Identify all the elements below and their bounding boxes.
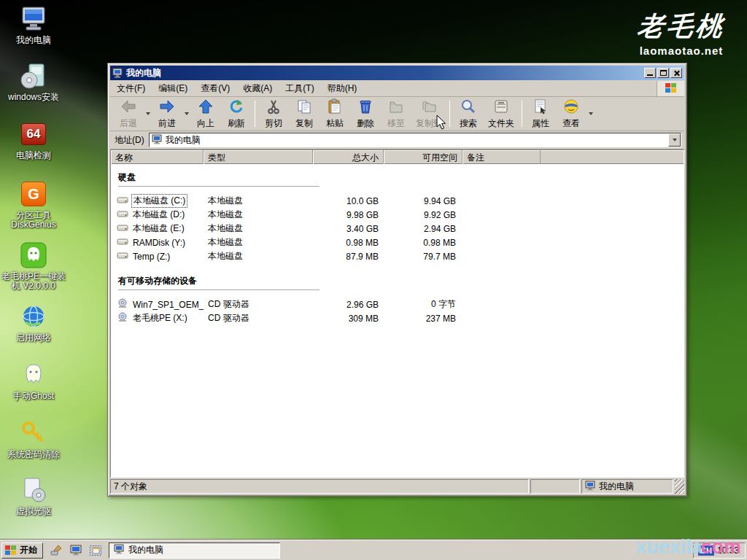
- dropdown-arrow-icon: [589, 112, 593, 115]
- taskbar: 开始 我的电脑 CH 10:33: [0, 540, 747, 560]
- pc-check-icon: 64: [19, 120, 48, 149]
- menu-tools[interactable]: 工具(T): [279, 80, 320, 97]
- menu-edit[interactable]: 编辑(E): [152, 80, 194, 97]
- brand-logo: 老毛桃 laomaotao.net: [638, 9, 725, 57]
- dropdown-arrow-icon: [185, 112, 189, 115]
- back-button[interactable]: 后退: [113, 98, 144, 129]
- task-monitor-icon: [114, 544, 125, 556]
- virtual-cdrom-icon: [19, 475, 48, 505]
- forward-button[interactable]: 前进: [152, 98, 182, 129]
- copy-to-button[interactable]: 复制到: [411, 98, 446, 129]
- move-to-button[interactable]: 移至: [381, 98, 411, 129]
- properties-icon: [532, 98, 549, 117]
- desktop-icon-laomaotao-pe[interactable]: 老毛桃PE一键装机 V2.0.0.0: [0, 241, 67, 291]
- file-list: 名称 类型 总大小 可用空间 备注 硬盘 本地磁盘 (C:) 本地磁盘 10.0…: [110, 149, 684, 478]
- column-filler: [541, 150, 684, 164]
- copy-button[interactable]: 复制: [289, 98, 320, 129]
- column-free[interactable]: 可用空间: [384, 150, 462, 164]
- view-button[interactable]: 查看: [556, 98, 587, 129]
- view-smiley-icon: [562, 98, 580, 117]
- minimize-button[interactable]: [644, 68, 656, 78]
- refresh-button[interactable]: 刷新: [221, 98, 252, 129]
- address-monitor-icon: [152, 134, 163, 147]
- folders-button[interactable]: 文件夹: [484, 98, 519, 129]
- address-dropdown-button[interactable]: [668, 133, 681, 147]
- desktop-icon-my-computer[interactable]: 我的电脑: [0, 4, 67, 45]
- desktop-icon-diskgenius[interactable]: G 分区工具 DiskGenius: [0, 179, 67, 230]
- forward-icon: [158, 98, 176, 117]
- menu-bar: 文件(F) 编辑(E) 查看(V) 收藏(A) 工具(T) 帮助(H): [110, 80, 684, 97]
- paint-tool-icon[interactable]: [49, 543, 63, 558]
- desktop-icon-virtual-cdrom[interactable]: 虚拟光驱: [0, 475, 67, 516]
- menu-file[interactable]: 文件(F): [110, 80, 152, 97]
- title-bar[interactable]: 我的电脑: [110, 66, 684, 80]
- search-button[interactable]: 搜索: [453, 98, 484, 129]
- column-headers: 名称 类型 总大小 可用空间 备注: [111, 150, 684, 164]
- folders-pane-icon: [492, 98, 510, 117]
- brand-title: 老毛桃: [635, 9, 727, 44]
- cut-button[interactable]: 剪切: [258, 98, 289, 129]
- delete-icon: [357, 98, 374, 117]
- address-combo[interactable]: 我的电脑: [149, 133, 681, 147]
- search-icon: [460, 98, 477, 117]
- hard-drive-icon: [117, 223, 129, 235]
- drive-row-y[interactable]: RAMDisk (Y:) 本地磁盘 0.98 MB 0.98 MB: [111, 236, 684, 249]
- ghost-icon: [19, 360, 48, 389]
- hard-drive-icon: [117, 237, 129, 249]
- desktop-icon-windows-install[interactable]: windows安装: [0, 61, 67, 102]
- column-name[interactable]: 名称: [111, 150, 204, 164]
- drive-row-c[interactable]: 本地磁盘 (C:) 本地磁盘 10.0 GB 9.94 GB: [111, 194, 684, 208]
- start-flag-icon: [5, 545, 17, 556]
- menu-favorites[interactable]: 收藏(A): [236, 80, 279, 97]
- language-indicator[interactable]: CH: [698, 545, 714, 556]
- window-title: 我的电脑: [126, 67, 161, 79]
- menu-help[interactable]: 帮助(H): [321, 80, 364, 97]
- delete-button[interactable]: 删除: [350, 98, 381, 129]
- desktop-icon-pc-check[interactable]: 64 电脑检测: [0, 120, 67, 160]
- move-to-folder-icon: [387, 98, 405, 117]
- paste-icon: [326, 98, 344, 117]
- forward-dropdown[interactable]: [182, 98, 190, 129]
- paste-button[interactable]: 粘贴: [320, 98, 350, 129]
- desktop-icon-password-clear[interactable]: 系统密码清除: [0, 419, 67, 459]
- copy-to-folder-icon: [420, 98, 438, 117]
- cd-row-laomaotao-pe[interactable]: 老毛桃PE (X:) CD 驱动器 309 MB 237 MB: [111, 311, 684, 325]
- toolbar-separator: [449, 101, 450, 127]
- key-icon: [19, 419, 48, 448]
- show-desktop-icon[interactable]: [69, 543, 83, 558]
- taskbar-task-my-computer[interactable]: 我的电脑: [109, 542, 280, 559]
- window-switcher-icon[interactable]: [88, 543, 103, 558]
- up-button[interactable]: 向上: [190, 98, 221, 129]
- brand-url: laomaotao.net: [638, 44, 725, 57]
- status-object-count: 7 个对象: [110, 479, 529, 494]
- windows-install-icon: [19, 61, 48, 90]
- view-dropdown[interactable]: [587, 98, 595, 129]
- drive-row-e[interactable]: 本地磁盘 (E:) 本地磁盘 3.40 GB 2.94 GB: [111, 222, 684, 236]
- cd-drive-icon: [117, 312, 129, 324]
- column-type[interactable]: 类型: [204, 150, 313, 164]
- dropdown-arrow-icon: [146, 112, 150, 115]
- laomaotao-pe-icon: [19, 241, 48, 270]
- resize-grip[interactable]: [675, 479, 684, 494]
- back-dropdown[interactable]: [144, 98, 152, 129]
- maximize-button[interactable]: [657, 68, 669, 78]
- cd-drive-icon: [117, 298, 129, 311]
- desktop-icon-ghost[interactable]: 手动Ghost: [0, 360, 67, 401]
- menu-view[interactable]: 查看(V): [194, 80, 236, 97]
- my-computer-window: 我的电脑 文件(F) 编辑(E) 查看(V) 收藏(A) 工具(T) 帮助(H)…: [107, 63, 687, 497]
- column-size[interactable]: 总大小: [313, 150, 384, 164]
- properties-button[interactable]: 属性: [525, 98, 556, 129]
- start-button[interactable]: 开始: [1, 542, 43, 559]
- cd-row-win7[interactable]: Win7_SP1_OEM_N... CD 驱动器 2.96 GB 0 字节: [111, 298, 684, 311]
- diskgenius-icon: G: [19, 179, 48, 209]
- desktop-icon-network[interactable]: 启用网络: [0, 302, 67, 343]
- back-icon: [120, 98, 137, 117]
- close-button[interactable]: [670, 68, 682, 78]
- drive-row-d[interactable]: 本地磁盘 (D:) 本地磁盘 9.98 GB 9.92 GB: [111, 208, 684, 222]
- dropdown-arrow-icon: [673, 139, 677, 141]
- my-computer-icon: [19, 4, 48, 34]
- refresh-icon: [228, 98, 245, 117]
- toolbar-separator: [522, 101, 522, 127]
- drive-row-z[interactable]: Temp (Z:) 本地磁盘 87.9 MB 79.7 MB: [111, 249, 684, 263]
- column-comment[interactable]: 备注: [462, 150, 541, 164]
